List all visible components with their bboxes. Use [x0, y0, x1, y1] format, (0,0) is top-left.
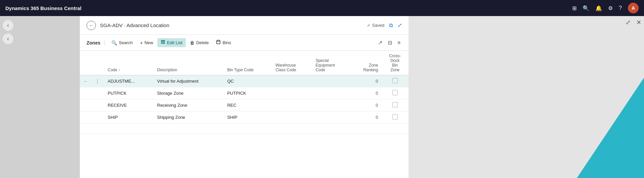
empty-cell [224, 123, 272, 134]
right-panel-close-icon[interactable]: ✕ [636, 19, 641, 26]
row-context-menu[interactable] [91, 111, 104, 123]
row-zone-ranking[interactable]: 0 [350, 87, 381, 99]
saved-indicator: ✓ Saved [367, 23, 384, 28]
empty-cell [154, 123, 224, 134]
column-chooser-icon[interactable]: ≡ [396, 38, 402, 47]
row-context-menu[interactable]: ⋮ [91, 75, 104, 87]
row-bin-type-code[interactable]: SHIP [224, 111, 272, 123]
bell-icon[interactable]: 🔔 [595, 5, 602, 11]
row-context-menu[interactable] [91, 99, 104, 111]
edit-list-button[interactable]: Edit List [157, 38, 186, 47]
row-code[interactable]: RECEIVE [104, 99, 154, 111]
sort-asc-icon: ↑ [118, 68, 120, 72]
row-description[interactable]: Storage Zone [154, 87, 224, 99]
table-area: Code ↑ Description Bin Type Code Warehou… [80, 51, 409, 178]
row-arrow [80, 99, 91, 111]
sidebar-back-button-1[interactable]: ‹ [3, 20, 13, 31]
toolbar-right-actions: ↗ ⊟ ≡ [377, 38, 402, 47]
table-row[interactable]: RECEIVEReceiving ZoneREC0 [80, 99, 409, 111]
empty-cell [104, 123, 154, 134]
search-button-icon: 🔍 [111, 40, 117, 46]
row-bin-type-code[interactable]: REC [224, 99, 272, 111]
row-arrow-indicator: → [83, 79, 87, 84]
row-code[interactable]: PUTPICK [104, 87, 154, 99]
empty-cell [91, 123, 104, 134]
svg-rect-0 [161, 40, 165, 41]
row-context-menu[interactable] [91, 87, 104, 99]
row-warehouse-class-code[interactable] [272, 75, 312, 87]
row-bin-type-code[interactable]: QC [224, 75, 272, 87]
row-cross-dock-bin-zone[interactable] [381, 87, 409, 99]
checkmark-icon: ✓ [367, 23, 371, 28]
new-button[interactable]: + New [137, 38, 156, 47]
cross-dock-checkbox[interactable] [392, 114, 398, 119]
help-icon[interactable]: ? [619, 5, 622, 11]
cross-dock-checkbox[interactable] [392, 102, 398, 107]
open-in-window-icon[interactable]: ⧉ [389, 22, 393, 28]
search-icon[interactable]: 🔍 [583, 5, 589, 11]
row-cross-dock-bin-zone[interactable] [381, 75, 409, 87]
table-row-empty [80, 123, 409, 134]
row-cross-dock-bin-zone[interactable] [381, 111, 409, 123]
modal-panel: ← SGA-ADV · Advanced Location ✓ Saved ⧉ … [80, 16, 409, 178]
empty-cell [312, 123, 350, 134]
row-code[interactable]: ADJUSTME... [104, 75, 154, 87]
row-zone-ranking[interactable]: 0 [350, 99, 381, 111]
row-special-equipment-code[interactable] [312, 111, 350, 123]
row-arrow: → [80, 75, 91, 87]
toolbar: Zones 🔍 Search + New Edit List [80, 35, 409, 51]
modal-title: SGA-ADV · Advanced Location [100, 22, 169, 28]
row-description[interactable]: Virtual for Adjustment [154, 75, 224, 87]
row-special-equipment-code[interactable] [312, 99, 350, 111]
modal-header-left: ← SGA-ADV · Advanced Location [87, 21, 169, 30]
delete-button[interactable]: 🗑 Delete [186, 38, 212, 47]
row-warehouse-class-code[interactable] [272, 87, 312, 99]
row-special-equipment-code[interactable] [312, 75, 350, 87]
search-button-label: Search [119, 40, 132, 45]
row-cross-dock-bin-zone[interactable] [381, 99, 409, 111]
cross-dock-checkbox[interactable] [392, 90, 398, 95]
table-row[interactable]: SHIPShipping ZoneSHIP0 [80, 111, 409, 123]
row-description[interactable]: Shipping Zone [154, 111, 224, 123]
edit-list-icon [161, 40, 165, 46]
row-warehouse-class-code[interactable] [272, 111, 312, 123]
user-avatar[interactable]: A [628, 3, 639, 13]
filter-icon[interactable]: ⊟ [386, 38, 393, 47]
table-row[interactable]: →⋮ADJUSTME...Virtual for AdjustmentQC0 [80, 75, 409, 87]
row-zone-ranking[interactable]: 0 [350, 111, 381, 123]
share-icon[interactable]: ↗ [377, 38, 384, 47]
edit-list-button-label: Edit List [167, 40, 182, 45]
delete-button-label: Delete [196, 40, 209, 45]
grid-icon[interactable]: ⊞ [572, 5, 577, 11]
col-code[interactable]: Code ↑ [104, 51, 154, 75]
modal-header-right: ✓ Saved ⧉ ⤢ [367, 22, 402, 28]
row-description[interactable]: Receiving Zone [154, 99, 224, 111]
new-button-label: New [145, 40, 153, 45]
saved-label: Saved [372, 23, 384, 28]
sidebar-back-button-2[interactable]: ‹ [3, 33, 13, 44]
bins-button[interactable]: Bins [213, 38, 234, 47]
row-menu-dots-icon[interactable]: ⋮ [94, 78, 101, 84]
zones-table: Code ↑ Description Bin Type Code Warehou… [80, 51, 409, 134]
right-panel-expand-icon[interactable]: ⤢ [626, 19, 631, 26]
row-arrow [80, 87, 91, 99]
row-code[interactable]: SHIP [104, 111, 154, 123]
search-button[interactable]: 🔍 Search [108, 38, 136, 47]
row-special-equipment-code[interactable] [312, 87, 350, 99]
table-header-row: Code ↑ Description Bin Type Code Warehou… [80, 51, 409, 75]
row-bin-type-code[interactable]: PUTPICK [224, 87, 272, 99]
row-arrow [80, 111, 91, 123]
table-row[interactable]: PUTPICKStorage ZonePUTPICK0 [80, 87, 409, 99]
empty-cell [272, 123, 312, 134]
settings-icon[interactable]: ⚙ [608, 5, 613, 11]
col-warehouse-class-code: WarehouseClass Code [272, 51, 312, 75]
col-special-equipment-code: SpecialEquipmentCode [312, 51, 350, 75]
modal-back-button[interactable]: ← [87, 21, 96, 30]
row-zone-ranking[interactable]: 0 [350, 75, 381, 87]
svg-rect-2 [161, 43, 165, 43]
decorative-triangle [577, 78, 644, 178]
cross-dock-checkbox[interactable] [392, 78, 398, 83]
expand-icon[interactable]: ⤢ [397, 22, 402, 28]
sidebar-background: ‹ ‹ [0, 16, 80, 178]
row-warehouse-class-code[interactable] [272, 99, 312, 111]
